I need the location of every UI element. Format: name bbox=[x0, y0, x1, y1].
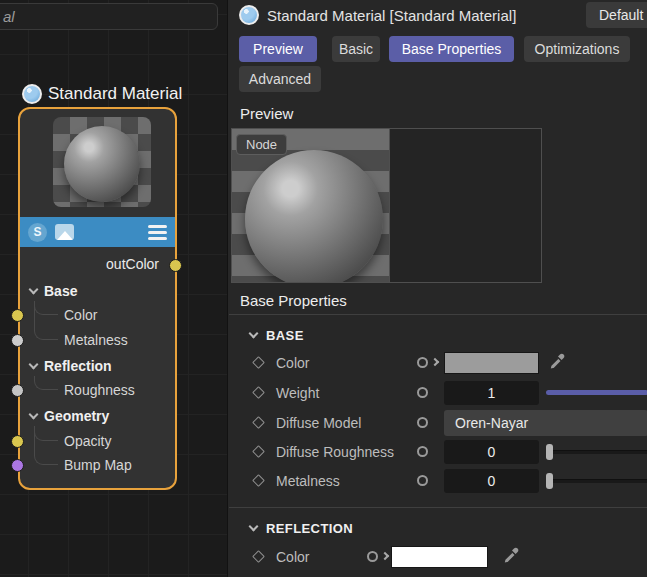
tree-connector bbox=[34, 301, 58, 340]
node-input-roughness[interactable]: Roughness bbox=[64, 380, 135, 400]
preview-sphere bbox=[64, 126, 140, 202]
weight-value-field[interactable]: 1 bbox=[444, 381, 539, 405]
node-graph-canvas[interactable]: al Standard Material S outColor Base Co bbox=[0, 0, 227, 577]
chevron-right-icon[interactable] bbox=[381, 552, 389, 560]
divider bbox=[229, 507, 647, 508]
reflection-color-swatch[interactable] bbox=[391, 546, 488, 568]
node-input-metalness[interactable]: Metalness bbox=[64, 330, 128, 350]
search-input[interactable]: al bbox=[0, 3, 218, 30]
output-port-label: outColor bbox=[106, 256, 159, 272]
diffuse-roughness-slider[interactable] bbox=[546, 450, 647, 454]
parameter-diamond-icon bbox=[252, 474, 265, 487]
material-sphere-icon bbox=[22, 84, 42, 104]
metalness-value-field[interactable]: 0 bbox=[444, 469, 539, 493]
node-section-reflection[interactable]: Reflection bbox=[30, 356, 112, 376]
chevron-down-icon bbox=[249, 329, 259, 339]
hamburger-menu-icon[interactable] bbox=[148, 225, 167, 240]
connect-port-icon[interactable] bbox=[417, 475, 428, 486]
tab-preview[interactable]: Preview bbox=[239, 36, 317, 62]
inspector-title: Standard Material [Standard Material] bbox=[267, 7, 516, 24]
inspector-header: Standard Material [Standard Material] bbox=[239, 5, 516, 25]
preview-box: Node bbox=[231, 128, 542, 283]
roughness-input-port[interactable] bbox=[11, 384, 24, 397]
opacity-input-port[interactable] bbox=[11, 435, 24, 448]
section-header-base[interactable]: BASE bbox=[250, 323, 304, 347]
chevron-down-icon bbox=[249, 522, 259, 532]
node-header-bar: S bbox=[20, 217, 175, 247]
weight-slider[interactable] bbox=[546, 390, 647, 395]
eyedropper-icon[interactable] bbox=[548, 353, 566, 371]
row-metalness: Metalness 0 bbox=[228, 469, 647, 493]
connect-port-icon[interactable] bbox=[367, 551, 378, 562]
row-reflection-color: Color bbox=[228, 545, 647, 569]
preview-section-title: Preview bbox=[240, 105, 293, 122]
row-diffuse-model: Diffuse Model Oren-Nayar bbox=[228, 411, 647, 435]
metalness-input-port[interactable] bbox=[11, 334, 24, 347]
node-material-preview bbox=[53, 117, 151, 207]
image-icon[interactable] bbox=[55, 224, 74, 240]
tree-connector bbox=[34, 426, 58, 465]
node-input-bump-map[interactable]: Bump Map bbox=[64, 455, 132, 475]
slider-handle[interactable] bbox=[546, 444, 553, 460]
tab-optimizations[interactable]: Optimizations bbox=[524, 36, 630, 62]
tab-basic[interactable]: Basic bbox=[332, 36, 380, 62]
tab-base-properties[interactable]: Base Properties bbox=[389, 36, 514, 62]
row-base-color: Color bbox=[228, 351, 647, 375]
connect-port-icon[interactable] bbox=[417, 446, 428, 457]
outcolor-port[interactable] bbox=[169, 259, 182, 272]
chevron-down-icon bbox=[29, 360, 39, 370]
metalness-slider[interactable] bbox=[546, 479, 647, 483]
row-weight: Weight 1 bbox=[228, 381, 647, 405]
color-input-port[interactable] bbox=[11, 309, 24, 322]
app-window: al Standard Material S outColor Base Co bbox=[0, 0, 647, 577]
node-section-geometry[interactable]: Geometry bbox=[30, 406, 109, 426]
eyedropper-icon[interactable] bbox=[502, 547, 520, 565]
connect-port-icon[interactable] bbox=[417, 417, 428, 428]
standard-surface-icon[interactable]: S bbox=[28, 223, 47, 242]
tree-connector bbox=[34, 376, 58, 390]
viewport-badge: Node bbox=[236, 134, 287, 155]
chevron-down-icon bbox=[29, 410, 39, 420]
bump-map-input-port[interactable] bbox=[11, 459, 24, 472]
preview-empty-pane bbox=[390, 129, 541, 282]
node-preview-viewport[interactable]: Node bbox=[232, 129, 390, 282]
parameter-diamond-icon bbox=[252, 445, 265, 458]
base-color-swatch[interactable] bbox=[444, 352, 539, 374]
standard-material-node[interactable]: S outColor Base Color Metalness Reflecti… bbox=[18, 107, 177, 490]
divider bbox=[229, 314, 647, 315]
parameter-diamond-icon bbox=[252, 386, 265, 399]
node-title-label: Standard Material bbox=[48, 84, 182, 104]
chevron-right-icon[interactable] bbox=[431, 358, 439, 366]
preview-sphere bbox=[245, 150, 383, 282]
section-header-reflection[interactable]: REFLECTION bbox=[250, 516, 353, 540]
default-button[interactable]: Default bbox=[586, 2, 647, 28]
attribute-inspector-panel: Standard Material [Standard Material] De… bbox=[227, 0, 647, 577]
chevron-down-icon bbox=[29, 285, 39, 295]
diffuse-model-dropdown[interactable]: Oren-Nayar bbox=[444, 410, 647, 436]
parameter-diamond-icon bbox=[252, 356, 265, 369]
node-title: Standard Material bbox=[22, 84, 182, 104]
diffuse-roughness-value-field[interactable]: 0 bbox=[444, 440, 539, 464]
row-diffuse-roughness: Diffuse Roughness 0 bbox=[228, 440, 647, 464]
parameter-diamond-icon bbox=[252, 550, 265, 563]
base-properties-title: Base Properties bbox=[240, 292, 347, 309]
material-sphere-icon bbox=[239, 5, 259, 25]
node-section-base[interactable]: Base bbox=[30, 281, 77, 301]
node-input-color[interactable]: Color bbox=[64, 305, 97, 325]
connect-port-icon[interactable] bbox=[417, 387, 428, 398]
slider-handle[interactable] bbox=[546, 473, 553, 489]
parameter-diamond-icon bbox=[252, 416, 265, 429]
node-input-opacity[interactable]: Opacity bbox=[64, 431, 111, 451]
tab-advanced[interactable]: Advanced bbox=[239, 66, 321, 92]
connect-port-icon[interactable] bbox=[417, 357, 428, 368]
